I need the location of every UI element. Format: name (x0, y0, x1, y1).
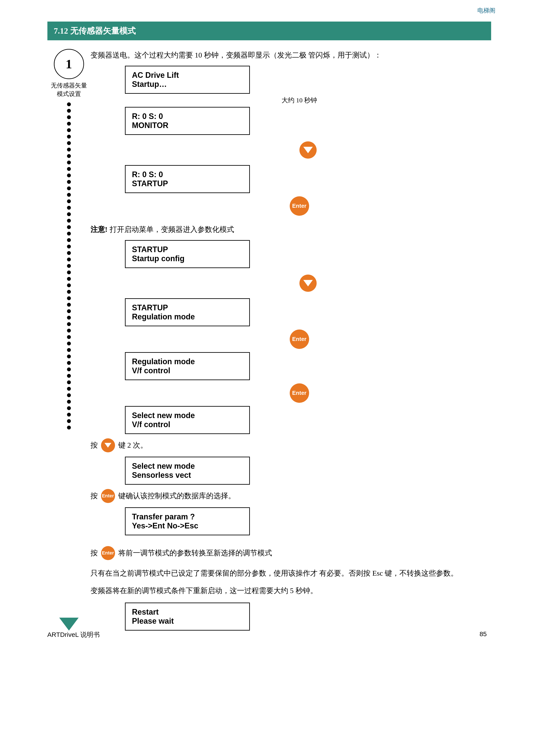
display-line1: R: 0 S: 0 (132, 112, 243, 121)
dot (67, 186, 71, 190)
dot (67, 361, 71, 365)
dot (67, 174, 71, 177)
dot (67, 393, 71, 397)
right-content: 变频器送电。这个过程大约需要 10 秒钟，变频器即显示（发光二极 管闪烁，用于测… (90, 49, 491, 631)
display-line2: Startup config (132, 254, 243, 263)
enter-btn-3[interactable]: Enter (108, 383, 491, 403)
para1-text: 将前一调节模式的参数转换至新选择的调节模式 (118, 548, 272, 558)
note2: 注意! 打开启动菜单，变频器进入参数化模式 (90, 223, 491, 236)
dot (67, 199, 71, 203)
dot (67, 135, 71, 139)
arrow-down-icon (303, 280, 313, 286)
footer-right: 85 (479, 630, 487, 639)
step-label: 无传感器矢量模式设置 (51, 81, 87, 98)
display-line1: R: 0 S: 0 (132, 170, 243, 179)
dot (67, 355, 71, 358)
dot (67, 115, 71, 119)
dot (67, 154, 71, 158)
dot (67, 270, 71, 274)
display-restart: Restart Please wait (125, 603, 250, 631)
dot (67, 303, 71, 307)
para1-row: 按 Enter 将前一调节模式的参数转换至新选择的调节模式 (90, 546, 491, 560)
dot (67, 335, 71, 339)
dot (67, 206, 71, 210)
dot (67, 238, 71, 242)
display-line2: Sensorless vect (132, 471, 243, 480)
display-line2: V/f control (132, 420, 243, 429)
dot (67, 419, 71, 423)
arrow-down-icon (303, 147, 313, 153)
section-end-arrow (59, 618, 79, 631)
display-monitor: R: 0 S: 0 MONITOR (125, 107, 250, 135)
dot (67, 413, 71, 417)
footer-left: ARTDriveL 说明书 (47, 630, 100, 639)
dot (67, 167, 71, 171)
dot (67, 193, 71, 197)
display-line1: Transfer param ? (132, 512, 243, 521)
enter-btn-2[interactable]: Enter (108, 330, 491, 349)
enter-btn-inline-2[interactable]: Enter (101, 546, 115, 560)
note-prefix: 注意! (90, 223, 108, 236)
display-line2: Regulation mode (132, 312, 243, 321)
para3: 变频器将在新的调节模式条件下重新启动，这一过程需要大约 5 秒钟。 (90, 584, 491, 597)
display-line1: STARTUP (132, 303, 243, 312)
dot (67, 367, 71, 371)
note-content: 打开启动菜单，变频器进入参数化模式 (110, 223, 234, 236)
dot (67, 122, 71, 126)
arrow-down-btn-inline[interactable] (101, 438, 115, 452)
dot (67, 426, 71, 429)
display-line1: Regulation mode (132, 357, 243, 366)
step-number: 1 (54, 49, 84, 79)
section-header: 7.12 无传感器矢量模式 (47, 21, 491, 40)
display-sensorless: Select new mode Sensorless vect (125, 457, 250, 485)
dot (67, 180, 71, 184)
arrow-down-btn-2[interactable] (108, 271, 491, 295)
display-line2: STARTUP (132, 179, 243, 188)
dot (67, 309, 71, 313)
dot (67, 329, 71, 333)
enter-label: Enter (292, 390, 306, 396)
arrow-down-btn-1[interactable] (108, 138, 491, 162)
dot (67, 245, 71, 249)
display-regulation-mode: STARTUP Regulation mode (125, 298, 250, 326)
dot (67, 380, 71, 384)
enter-btn-inline[interactable]: Enter (101, 489, 115, 503)
display-startup: R: 0 S: 0 STARTUP (125, 165, 250, 193)
dot (67, 109, 71, 113)
display-line2: Startup… (132, 80, 243, 89)
dot (67, 316, 71, 320)
enter-btn-1[interactable]: Enter (108, 196, 491, 216)
display-line1: Select new mode (132, 462, 243, 471)
dot (67, 251, 71, 255)
press-enter-row: 按 Enter 键确认该控制模式的数据库的选择。 (90, 489, 491, 503)
dot (67, 264, 71, 268)
dot (67, 341, 71, 345)
dot (67, 322, 71, 326)
display-line1: Restart (132, 608, 243, 617)
press-arrow-note: 键 2 次。 (118, 440, 147, 450)
enter-label: Enter (292, 202, 306, 209)
dot (67, 141, 71, 145)
dot (67, 296, 71, 300)
display-line2: MONITOR (132, 121, 243, 130)
enter-label: Enter (292, 336, 306, 342)
display-line2: Please wait (132, 617, 243, 626)
dot (67, 277, 71, 281)
display-line1: Select new mode (132, 411, 243, 420)
display-ac-drive-lift: AC Drive Lift Startup… (125, 66, 250, 94)
dot (67, 161, 71, 164)
dot (67, 374, 71, 378)
arrow-down-icon (105, 443, 111, 447)
dot (67, 225, 71, 229)
dot (67, 348, 71, 352)
display-line1: AC Drive Lift (132, 71, 243, 80)
dot (67, 387, 71, 391)
display-vf-control: Regulation mode V/f control (125, 352, 250, 380)
display-line2: Yes->Ent No->Esc (132, 521, 243, 530)
para1-prefix: 按 (90, 548, 98, 558)
footer: ARTDriveL 说明书 85 (47, 630, 487, 639)
dot (67, 257, 71, 261)
enter-label: Enter (102, 550, 114, 556)
corner-label: 电梯阁 (477, 7, 496, 15)
dot (67, 290, 71, 294)
